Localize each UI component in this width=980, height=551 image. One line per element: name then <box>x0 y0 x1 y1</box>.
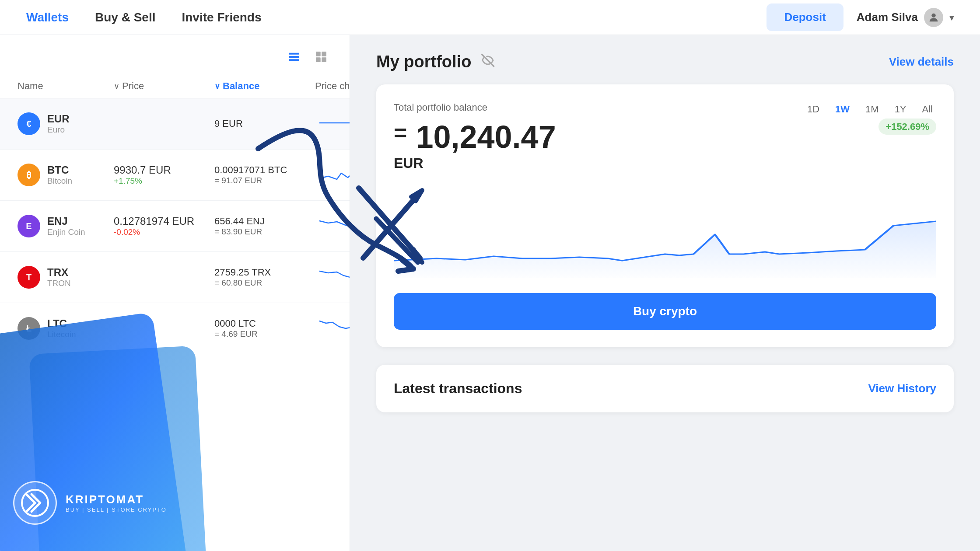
brand-tagline: BUY | SELL | STORE CRYPTO <box>66 506 167 513</box>
balance-btc: 0.00917071 BTC = 91.07 EUR <box>214 164 315 185</box>
deposit-button[interactable]: Deposit <box>766 3 843 31</box>
svg-rect-2 <box>289 53 299 55</box>
balance-section: Total portfolio balance 1D 1W 1M 1Y All <box>394 102 936 117</box>
svg-rect-5 <box>316 52 321 56</box>
sort-arrow-price: ∨ <box>114 81 119 91</box>
time-filter-1d[interactable]: 1D <box>804 102 823 117</box>
svg-rect-7 <box>316 57 321 62</box>
chart-eur <box>315 110 350 138</box>
chart-btc <box>315 161 350 189</box>
table-row: ₿ BTC Bitcoin 9930.7 EUR +1.75% 0.009170… <box>0 150 350 201</box>
balance-change-value: +152.69% <box>878 119 936 135</box>
chart-enj <box>315 212 350 240</box>
view-toggle <box>283 48 332 66</box>
coin-info-eur: € EUR Euro <box>18 112 114 135</box>
balance-prefix: = <box>394 115 407 145</box>
total-balance-label: Total portfolio balance <box>394 102 487 113</box>
portfolio-chart <box>394 182 936 289</box>
time-filter-1m[interactable]: 1M <box>862 102 882 117</box>
balance-amount: = 10,240.47 <box>394 121 556 153</box>
balance-value: 10,240.47 <box>416 119 556 154</box>
wallet-panel: KRIPTOMAT BUY | SELL | STORE CRYPTO <box>0 35 350 551</box>
coin-info-trx: T TRX TRON <box>18 266 114 289</box>
main-content: KRIPTOMAT BUY | SELL | STORE CRYPTO <box>0 35 980 551</box>
svg-rect-6 <box>322 52 326 56</box>
hide-icon[interactable] <box>480 52 496 71</box>
buy-crypto-button[interactable]: Buy crypto <box>394 293 936 330</box>
chart-trx <box>315 263 350 291</box>
balance-eur: 9 EUR <box>214 118 315 129</box>
header-balance[interactable]: ∨ Balance <box>214 80 315 92</box>
portfolio-card: Total portfolio balance 1D 1W 1M 1Y All … <box>376 84 954 347</box>
time-filter-1y[interactable]: 1Y <box>891 102 910 117</box>
balance-change-badge: +152.69% <box>878 121 936 133</box>
list-view-button[interactable] <box>283 48 305 66</box>
table-row: Ł LTC Litecoin 0000 LTC = 4.69 EUR ⋮ <box>0 303 350 354</box>
transactions-header: Latest transactions View History <box>394 380 936 397</box>
portfolio-panel: My portfolio View details Total portfoli… <box>350 35 980 551</box>
svg-rect-4 <box>289 59 299 61</box>
time-filter-all[interactable]: All <box>919 102 936 117</box>
portfolio-header: My portfolio View details <box>376 52 954 71</box>
nav-wallets[interactable]: Wallets <box>26 10 69 24</box>
balance-enj: 656.44 ENJ = 83.90 EUR <box>214 216 315 237</box>
nav-invite[interactable]: Invite Friends <box>182 10 261 24</box>
nav-buy-sell[interactable]: Buy & Sell <box>95 10 155 24</box>
coin-icon-enj: E <box>18 215 40 237</box>
coin-icon-eur: € <box>18 112 40 135</box>
svg-point-0 <box>931 13 935 17</box>
chart-ltc <box>315 314 350 342</box>
header-name: Name <box>18 80 114 92</box>
coin-info-ltc: Ł LTC Litecoin <box>18 317 114 340</box>
coin-icon-ltc: Ł <box>18 317 40 340</box>
brand-logo-circle <box>13 481 57 525</box>
user-avatar-icon <box>924 8 943 27</box>
table-row: T TRX TRON 2759.25 TRX = 60.80 EUR ⋮ <box>0 252 350 303</box>
price-enj: 0.12781974 EUR -0.02% <box>114 215 214 237</box>
brand-text: KRIPTOMAT BUY | SELL | STORE CRYPTO <box>66 493 167 513</box>
header-price[interactable]: ∨ Price <box>114 80 214 92</box>
table-row: € EUR Euro 9 EUR ⋮ <box>0 98 350 150</box>
sort-arrow-balance: ∨ <box>214 81 220 91</box>
view-details-link[interactable]: View details <box>889 55 954 69</box>
balance-amount-group: = 10,240.47 EUR <box>394 121 556 180</box>
time-filters: 1D 1W 1M 1Y All <box>804 102 936 117</box>
view-history-link[interactable]: View History <box>868 382 936 395</box>
price-btc: 9930.7 EUR +1.75% <box>114 164 214 186</box>
balance-row: = 10,240.47 EUR +152.69% <box>394 121 936 180</box>
transactions-section: Latest transactions View History <box>376 365 954 412</box>
portfolio-title: My portfolio <box>376 52 471 71</box>
grid-view-button[interactable] <box>310 48 332 66</box>
transactions-title: Latest transactions <box>394 380 522 397</box>
table-header: Name ∨ Price ∨ Balance Price chart (7d) … <box>0 74 350 98</box>
balance-trx: 2759.25 TRX = 60.80 EUR <box>214 267 315 288</box>
balance-label-group: Total portfolio balance <box>394 102 487 117</box>
time-filter-1w[interactable]: 1W <box>832 102 853 117</box>
svg-rect-3 <box>289 56 299 58</box>
balance-currency: EUR <box>394 155 556 171</box>
navbar: Wallets Buy & Sell Invite Friends Deposi… <box>0 0 980 35</box>
svg-rect-8 <box>322 57 326 62</box>
balance-ltc: 0000 LTC = 4.69 EUR <box>214 318 315 339</box>
user-name: Adam Silva <box>857 10 918 24</box>
chevron-down-icon: ▾ <box>949 12 954 23</box>
coin-icon-trx: T <box>18 266 40 289</box>
nav-right: Deposit Adam Silva ▾ <box>766 3 954 31</box>
portfolio-title-group: My portfolio <box>376 52 496 71</box>
svg-point-1 <box>22 490 48 516</box>
coin-icon-btc: ₿ <box>18 164 40 186</box>
header-chart: Price chart (7d) <box>315 80 350 92</box>
brand-name: KRIPTOMAT <box>66 493 167 506</box>
table-row: E ENJ Enjin Coin 0.12781974 EUR -0.02% 6… <box>0 201 350 252</box>
wallet-toolbar <box>0 35 350 66</box>
coin-info-enj: E ENJ Enjin Coin <box>18 215 114 237</box>
nav-links: Wallets Buy & Sell Invite Friends <box>26 10 766 24</box>
user-menu[interactable]: Adam Silva ▾ <box>857 8 954 27</box>
coin-info-btc: ₿ BTC Bitcoin <box>18 164 114 186</box>
